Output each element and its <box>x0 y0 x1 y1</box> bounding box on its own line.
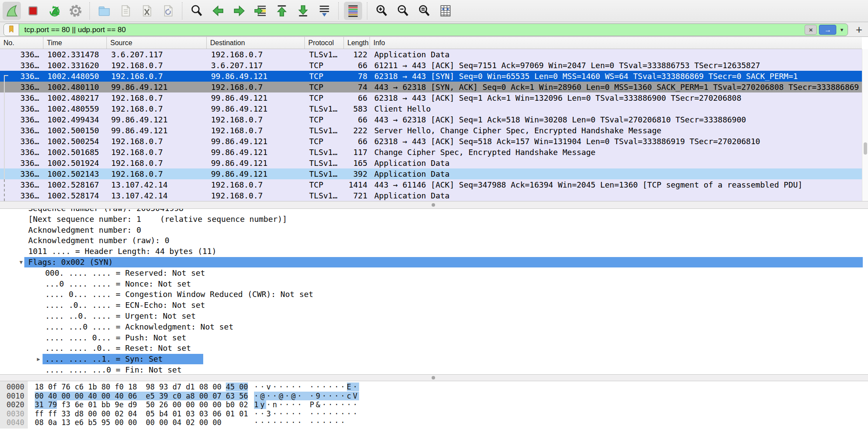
reload-capture-file-button[interactable] <box>159 2 177 20</box>
hex-ascii[interactable]: 1y·n···· P&······ <box>254 400 359 409</box>
detail-line[interactable]: .... .0.. .... = ECN-Echo: Not set <box>0 300 868 311</box>
hex-bytes[interactable]: 08 0a 13 e6 b5 95 00 00 00 00 04 02 00 0… <box>35 418 221 427</box>
colorize-packets-button[interactable] <box>344 2 362 20</box>
detail-line[interactable]: .... .... .0.. = Reset: Not set <box>0 343 868 354</box>
column-header-destination[interactable]: Destination <box>207 37 305 49</box>
detail-line[interactable]: .... .... ...0 = Fin: Not set <box>0 365 868 374</box>
wireshark-window: { "toolbar": { "icons": ["start-capture"… <box>0 0 868 442</box>
packet-row[interactable]: 336…1002.480217192.168.0.799.86.49.121TC… <box>0 92 862 103</box>
packet-row[interactable]: 336…1002.501924192.168.0.799.86.49.121TL… <box>0 158 862 168</box>
detail-text: .... 0... .... = Congestion Window Reduc… <box>45 289 314 300</box>
detail-line[interactable]: [Next sequence number: 1 (relative seque… <box>0 214 868 225</box>
column-header-time[interactable]: Time <box>43 37 107 49</box>
detail-line[interactable]: ▼Flags: 0x002 (SYN) <box>0 257 868 268</box>
auto-scroll-button[interactable] <box>315 2 333 20</box>
hex-bytes[interactable]: 31 79 f3 6e 01 bb 9e d9 50 26 00 00 00 0… <box>35 400 248 409</box>
hex-ascii[interactable]: ········ ······ <box>254 418 347 427</box>
main-toolbar <box>0 0 868 22</box>
hex-row[interactable]: 004008 0a 13 e6 b5 95 00 00 00 00 04 02 … <box>0 418 868 427</box>
packet-row[interactable]: 336…1002.480559192.168.0.799.86.49.121TL… <box>0 103 862 114</box>
detail-line[interactable]: Acknowledgment number: 0 <box>0 225 868 236</box>
capture-options-button[interactable] <box>66 2 85 20</box>
hex-ascii[interactable]: ··3····· ········ <box>254 409 359 419</box>
filter-dropdown-chevron-icon[interactable]: ▾ <box>840 26 843 33</box>
hex-offset: 0000 <box>7 383 24 392</box>
hex-row[interactable]: 0030ff ff 33 d8 00 00 02 04 05 b4 01 03 … <box>0 409 868 419</box>
packet-row[interactable]: 336…1002.331620192.168.0.73.6.207.117TCP… <box>0 60 862 71</box>
detail-line[interactable]: .... .... 0... = Push: Not set <box>0 333 868 343</box>
hex-row[interactable]: 002031 79 f3 6e 01 bb 9e d9 50 26 00 00 … <box>0 400 868 409</box>
packet-row[interactable]: 336…1002.52817413.107.42.14192.168.0.7TL… <box>0 190 862 201</box>
arrow-up-bar-icon <box>275 4 289 18</box>
packet-row[interactable]: 336…1002.50015099.86.49.121192.168.0.7TL… <box>0 125 862 136</box>
column-header-length[interactable]: Length <box>344 37 370 49</box>
column-header-protocol[interactable]: Protocol <box>305 37 344 49</box>
expand-arrow-icon[interactable]: ▶ <box>37 354 40 365</box>
packet-row[interactable]: 336…1002.49943499.86.49.121192.168.0.7TC… <box>0 114 862 125</box>
hex-bytes[interactable]: 00 40 00 00 40 00 40 06 e5 39 c0 a8 00 0… <box>35 392 248 401</box>
detail-line[interactable]: ▶.... .... ..1. = Syn: Set <box>0 354 868 365</box>
detail-line[interactable]: 000. .... .... = Reserved: Not set <box>0 268 868 279</box>
detail-line[interactable]: 1011 .... = Header Length: 44 bytes (11) <box>0 246 868 257</box>
packet-cell-source: 192.168.0.7 <box>107 168 207 179</box>
detail-line[interactable]: ...0 .... .... = Nonce: Not set <box>0 279 868 290</box>
detail-line[interactable]: .... 0... .... = Congestion Window Reduc… <box>0 289 868 300</box>
packet-cell-time: 1002.499434 <box>43 114 107 125</box>
stop-capture-button[interactable] <box>24 2 42 20</box>
zoom-reset-button[interactable] <box>415 2 433 20</box>
clear-filter-button[interactable]: × <box>805 25 817 35</box>
column-header-source[interactable]: Source <box>107 37 207 49</box>
packet-row[interactable]: 336…1002.52816713.107.42.14192.168.0.7TC… <box>0 179 862 190</box>
zoom-in-button[interactable] <box>373 2 391 20</box>
hex-ascii[interactable]: ··v····· ······E· <box>254 383 359 392</box>
packet-row[interactable]: 336…1002.500254192.168.0.799.86.49.121TC… <box>0 136 862 147</box>
go-to-packet-button[interactable] <box>251 2 270 20</box>
go-back-button[interactable] <box>209 2 227 20</box>
start-capture-button[interactable] <box>3 2 21 20</box>
collapse-arrow-icon[interactable]: ▼ <box>20 257 23 268</box>
zoom-out-button[interactable] <box>394 2 412 20</box>
hex-row[interactable]: 000018 0f 76 c6 1b 80 f0 18 98 93 d7 d1 … <box>0 383 868 392</box>
packet-list-scrollbar[interactable] <box>862 49 868 201</box>
display-filter-input[interactable]: tcp.port == 80 || udp.port == 80 × → ▾ <box>3 23 848 36</box>
detail-line[interactable]: .... ..0. .... = Urgent: Not set <box>0 311 868 322</box>
add-filter-button[interactable]: + <box>856 23 862 36</box>
packet-cell-info: 62318 → 443 [ACK] Seq=1 Ack=1 Win=132096… <box>370 92 862 103</box>
go-to-last-packet-button[interactable] <box>294 2 312 20</box>
hex-bytes[interactable]: ff ff 33 d8 00 00 02 04 05 b4 01 03 03 0… <box>35 409 248 419</box>
find-packet-button[interactable] <box>188 2 206 20</box>
toolbar-separator <box>89 2 90 20</box>
open-capture-file-button[interactable] <box>95 2 113 20</box>
hex-ascii[interactable]: ·@··@·@· ·9····cV <box>254 392 359 401</box>
save-capture-file-button[interactable] <box>116 2 135 20</box>
go-forward-button[interactable] <box>230 2 248 20</box>
packet-row[interactable]: 336…1002.501685192.168.0.799.86.49.121TL… <box>0 147 862 158</box>
close-capture-file-button[interactable] <box>138 2 156 20</box>
column-header-info[interactable]: Info <box>370 37 862 49</box>
hex-row[interactable]: 001000 40 00 00 40 00 40 06 e5 39 c0 a8 … <box>0 392 868 401</box>
packet-cell-source: 192.168.0.7 <box>107 136 207 147</box>
detail-line[interactable]: Sequence number (raw): 2005041998 <box>0 209 868 214</box>
pane-splitter-upper[interactable] <box>0 201 868 209</box>
packet-cell-length: 392 <box>344 168 370 179</box>
column-header-no[interactable]: No. <box>0 37 43 49</box>
packet-row[interactable]: 336…1002.502143192.168.0.799.86.49.121TL… <box>0 168 862 179</box>
resize-columns-button[interactable] <box>436 2 455 20</box>
packet-cell-length: 66 <box>344 92 370 103</box>
detail-line[interactable]: .... ...0 .... = Acknowledgment: Not set <box>0 322 868 333</box>
restart-capture-button[interactable] <box>45 2 63 20</box>
pane-splitter-lower[interactable] <box>0 374 868 381</box>
go-to-first-packet-button[interactable] <box>273 2 291 20</box>
toolbar-separator <box>182 2 183 20</box>
detail-line[interactable]: Acknowledgment number (raw): 0 <box>0 235 868 246</box>
packet-row[interactable]: 336…1002.3314783.6.207.117192.168.0.7TLS… <box>0 49 862 60</box>
filter-bookmark-button[interactable] <box>4 24 19 36</box>
scrollbar-thumb[interactable] <box>864 142 867 155</box>
packet-cell-info: Client Hello <box>370 103 862 114</box>
packet-row[interactable]: 336…1002.48011099.86.49.121192.168.0.7TC… <box>0 82 862 92</box>
filter-expression[interactable]: tcp.port == 80 || udp.port == 80 <box>24 26 805 34</box>
reload-document-icon <box>161 4 175 18</box>
apply-filter-button[interactable]: → <box>819 25 836 35</box>
packet-row[interactable]: 336…1002.448050192.168.0.799.86.49.121TC… <box>0 71 862 82</box>
hex-bytes[interactable]: 18 0f 76 c6 1b 80 f0 18 98 93 d7 d1 08 0… <box>35 383 248 392</box>
